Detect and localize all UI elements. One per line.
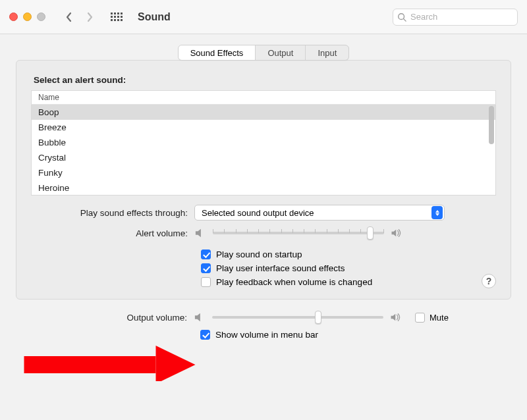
minimize-button[interactable] xyxy=(23,13,32,21)
forward-button[interactable] xyxy=(82,10,97,24)
list-item[interactable]: Crystal xyxy=(32,150,495,165)
play-feedback-checkbox-row[interactable]: Play feedback when volume is changed xyxy=(201,277,496,287)
window-toolbar: Sound xyxy=(0,0,527,34)
output-volume-group: Output volume: Mute S xyxy=(16,311,511,340)
output-volume-label: Output volume: xyxy=(30,313,194,323)
help-button[interactable]: ? xyxy=(482,274,496,288)
list-item[interactable]: Bubble xyxy=(32,135,495,150)
list-item[interactable]: Heroine xyxy=(32,180,495,196)
search-icon xyxy=(397,13,406,22)
scrollbar-thumb[interactable] xyxy=(489,106,494,144)
search-input[interactable] xyxy=(410,12,513,22)
tab-sound-effects[interactable]: Sound Effects xyxy=(179,45,256,60)
play-through-select[interactable]: Selected sound output device xyxy=(194,205,445,221)
alert-volume-slider[interactable] xyxy=(213,227,384,239)
checkbox-icon xyxy=(200,330,210,340)
svg-marker-3 xyxy=(156,346,196,381)
chevron-left-icon xyxy=(65,12,72,22)
speaker-low-icon xyxy=(194,312,206,323)
tab-input[interactable]: Input xyxy=(306,45,348,60)
help-label: ? xyxy=(486,276,492,286)
svg-line-1 xyxy=(404,18,406,21)
play-ui-checkbox-row[interactable]: Play user interface sound effects xyxy=(201,263,496,273)
preferences-body: Sound Effects Output Input Select an ale… xyxy=(0,34,527,420)
checkbox-icon xyxy=(201,277,211,287)
tab-label: Input xyxy=(318,48,337,58)
panel-controls: Play sound effects through: Selected sou… xyxy=(31,205,496,287)
chevron-right-icon xyxy=(86,12,94,22)
select-value: Selected sound output device xyxy=(202,208,314,218)
back-button[interactable] xyxy=(61,10,76,24)
checkbox-label: Play sound on startup xyxy=(216,249,302,259)
column-name: Name xyxy=(38,93,59,102)
tab-label: Sound Effects xyxy=(190,48,244,58)
window-title: Sound xyxy=(138,11,171,23)
sound-name: Boop xyxy=(38,107,59,117)
tabs-group: Sound Effects Output Input xyxy=(178,45,350,61)
show-menubar-checkbox-row[interactable]: Show volume in menu bar xyxy=(200,330,318,340)
updown-arrows-icon xyxy=(431,206,443,219)
slider-thumb[interactable] xyxy=(367,226,374,240)
slider-thumb[interactable] xyxy=(315,311,321,324)
checkbox-label: Mute xyxy=(430,313,449,323)
annotation-arrow-icon xyxy=(19,346,200,381)
list-item[interactable]: Breeze xyxy=(32,120,495,135)
checkbox-icon xyxy=(201,263,211,273)
checkbox-label: Show volume in menu bar xyxy=(215,330,318,340)
sound-name: Funky xyxy=(38,168,63,178)
speaker-high-icon xyxy=(390,312,402,323)
mute-checkbox-row[interactable]: Mute xyxy=(415,313,449,323)
checkbox-icon xyxy=(201,249,211,259)
close-button[interactable] xyxy=(9,13,18,21)
sound-effects-panel: Select an alert sound: Name Boop Breeze … xyxy=(16,60,511,300)
speaker-low-icon xyxy=(194,228,206,238)
list-item[interactable]: Boop xyxy=(32,105,495,120)
svg-rect-2 xyxy=(24,356,156,373)
list-item[interactable]: Funky xyxy=(32,165,495,180)
zoom-button[interactable] xyxy=(37,13,45,21)
tab-label: Output xyxy=(267,48,293,58)
sounds-list-header: Name xyxy=(31,90,496,105)
play-startup-checkbox-row[interactable]: Play sound on startup xyxy=(201,249,496,259)
sound-prefs-window: Sound Sound Effects Output Input Select … xyxy=(0,0,527,420)
checkbox-label: Play user interface sound effects xyxy=(216,263,345,273)
alert-volume-label: Alert volume: xyxy=(31,228,194,238)
checkbox-icon xyxy=(415,313,425,323)
search-field[interactable] xyxy=(393,9,518,26)
sounds-list[interactable]: Boop Breeze Bubble Crystal Funky Heroine xyxy=(31,105,496,196)
sound-name: Crystal xyxy=(38,153,66,163)
output-volume-slider[interactable] xyxy=(212,311,383,323)
speaker-high-icon xyxy=(391,228,402,238)
sound-name: Heroine xyxy=(38,183,69,193)
tab-output[interactable]: Output xyxy=(256,45,306,60)
show-all-button[interactable] xyxy=(110,11,123,24)
sound-name: Bubble xyxy=(38,138,66,147)
sound-name: Breeze xyxy=(38,122,67,132)
play-through-label: Play sound effects through: xyxy=(31,208,194,218)
traffic-lights xyxy=(9,13,45,21)
checkbox-label: Play feedback when volume is changed xyxy=(216,277,372,287)
alert-sound-heading: Select an alert sound: xyxy=(34,75,496,85)
